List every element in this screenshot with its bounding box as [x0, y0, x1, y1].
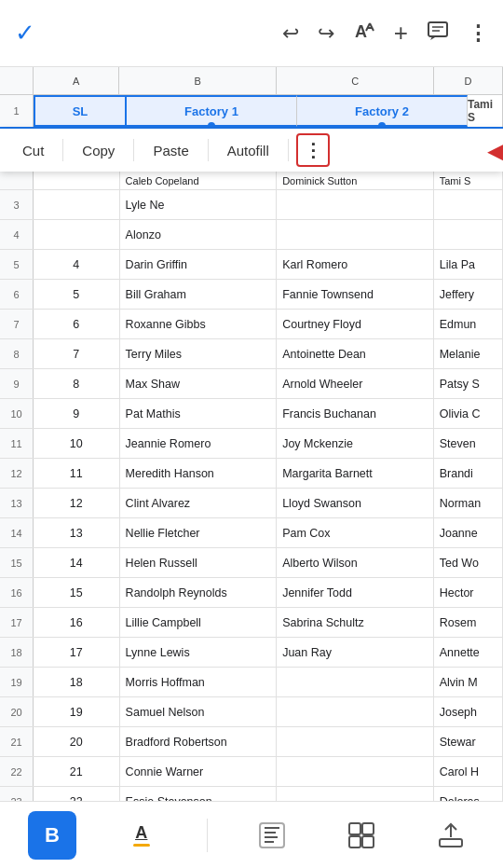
row-num: 18	[0, 638, 34, 667]
row-num: 7	[0, 310, 34, 338]
cell-sl[interactable]: 4	[34, 250, 120, 279]
cell-factory2[interactable]: Pam Cox	[277, 518, 434, 547]
cell-factory2[interactable]: Arnold Wheeler	[277, 369, 434, 398]
cell-b[interactable]: Alonzo	[120, 220, 278, 249]
cell-factory2[interactable]: Juan Ray	[277, 638, 434, 667]
cell-sl[interactable]: 15	[34, 578, 120, 607]
factory2-header[interactable]: Factory 2	[297, 95, 468, 127]
cell-factory1[interactable]: Clint Alvarez	[120, 489, 278, 517]
cell-sl[interactable]: 20	[34, 727, 120, 756]
more-options-button[interactable]: ⋮	[296, 133, 330, 167]
cell-sl[interactable]: 9	[34, 399, 120, 428]
cell-factory2[interactable]: Sabrina Schultz	[277, 608, 434, 637]
cell-sl[interactable]: 19	[34, 697, 120, 726]
cell-factory2[interactable]: Courtney Floyd	[277, 310, 434, 338]
cell-b[interactable]: Lyle Ne	[120, 190, 278, 219]
bold-button[interactable]: B	[28, 811, 76, 860]
cell-factory1[interactable]: Darin Griffin	[120, 250, 278, 279]
cell-extra: Carol H	[434, 757, 503, 786]
cell-factory1[interactable]: Bradford Robertson	[120, 727, 278, 756]
cell-sl[interactable]: 11	[34, 459, 120, 488]
cell-factory2[interactable]: Margarita Barnett	[277, 459, 434, 488]
copy-button[interactable]: Copy	[67, 135, 129, 166]
factory1-header[interactable]: Factory 1	[127, 95, 297, 127]
cell-factory2[interactable]: Alberto Wilson	[277, 548, 434, 577]
cell-factory1[interactable]: Meredith Hanson	[120, 459, 278, 488]
cell-factory2[interactable]: Antoinette Dean	[277, 339, 434, 368]
comment-icon[interactable]	[427, 20, 449, 48]
cell-factory2[interactable]: Lloyd Swanson	[277, 489, 434, 517]
undo-icon[interactable]: ↩	[282, 21, 299, 46]
cell-factory1[interactable]: Jeannie Romero	[120, 429, 278, 458]
underline-label: A	[135, 823, 147, 843]
cell-sl[interactable]: 17	[34, 638, 120, 667]
cell-factory1[interactable]: Helen Russell	[120, 548, 278, 577]
svg-rect-16	[440, 839, 462, 847]
cell-extra: Stewar	[434, 727, 503, 756]
cell-factory2[interactable]	[277, 697, 434, 726]
cell-factory2[interactable]	[277, 668, 434, 696]
divider-4	[288, 139, 289, 161]
cell-sl[interactable]: 16	[34, 608, 120, 637]
paste-button[interactable]: Paste	[138, 135, 203, 166]
insert-button[interactable]	[337, 811, 386, 860]
underline-button[interactable]: A	[117, 811, 166, 860]
cell-factory2[interactable]	[277, 727, 434, 756]
col-header-c[interactable]: C	[277, 67, 434, 94]
cell-sl[interactable]: 18	[34, 668, 120, 696]
cell-factory1[interactable]: Max Shaw	[120, 369, 278, 398]
cell-factory1[interactable]: Lynne Lewis	[120, 638, 278, 667]
top-toolbar: ✓ ↩ ↪ A + ⋮	[0, 0, 503, 67]
cell-sl[interactable]: 21	[34, 757, 120, 786]
cell-factory2[interactable]: Fannie Townsend	[277, 280, 434, 309]
sl-header[interactable]: SL	[34, 95, 127, 127]
cell-a[interactable]	[34, 190, 120, 219]
cell-factory1[interactable]: Connie Warner	[120, 757, 278, 786]
cell-sl[interactable]: 10	[34, 429, 120, 458]
formula-button[interactable]	[248, 811, 296, 860]
cell-factory1[interactable]: Randolph Reynolds	[120, 578, 278, 607]
cell-sl[interactable]: 14	[34, 548, 120, 577]
cell-c[interactable]	[277, 190, 434, 219]
cell-a[interactable]	[34, 220, 120, 249]
cell-factory1[interactable]: Lillie Campbell	[120, 608, 278, 637]
cell-factory1[interactable]: Morris Hoffman	[120, 668, 278, 696]
autofill-button[interactable]: Autofill	[212, 135, 284, 166]
col-header-d[interactable]: D	[434, 67, 503, 94]
cell-factory1[interactable]: Roxanne Gibbs	[120, 310, 278, 338]
cell-factory2[interactable]: Joy Mckenzie	[277, 429, 434, 458]
cell-sl[interactable]: 12	[34, 489, 120, 517]
row-2-cell-b[interactable]: Caleb Copeland	[120, 172, 278, 189]
table-row: 21 20 Bradford Robertson Stewar	[0, 727, 503, 757]
cell-sl[interactable]: 6	[34, 310, 120, 338]
table-row: 4 Alonzo	[0, 220, 503, 250]
col-header-a[interactable]: A	[34, 67, 119, 94]
text-format-icon[interactable]: A	[353, 20, 375, 47]
cell-factory1[interactable]: Nellie Fletcher	[120, 518, 278, 547]
svg-rect-14	[349, 836, 360, 847]
add-icon[interactable]: +	[394, 19, 408, 48]
cell-extra: Olivia C	[434, 399, 503, 428]
row-2-cell-a[interactable]	[34, 172, 120, 189]
cell-sl[interactable]: 13	[34, 518, 120, 547]
cell-factory1[interactable]: Pat Mathis	[120, 399, 278, 428]
cell-factory2[interactable]: Jennifer Todd	[277, 578, 434, 607]
row-2-cell-c[interactable]: Dominick Sutton	[277, 172, 434, 189]
redo-icon[interactable]: ↪	[318, 21, 334, 46]
cell-factory2[interactable]: Francis Buchanan	[277, 399, 434, 428]
cut-button[interactable]: Cut	[7, 135, 59, 166]
cell-sl[interactable]: 8	[34, 369, 120, 398]
more-vert-icon[interactable]: ⋮	[468, 21, 488, 46]
cell-factory1[interactable]: Bill Graham	[120, 280, 278, 309]
check-icon[interactable]: ✓	[15, 19, 35, 48]
col-header-b[interactable]: B	[119, 67, 277, 94]
cell-sl[interactable]: 7	[34, 339, 120, 368]
cell-factory1[interactable]: Samuel Nelson	[120, 697, 278, 726]
cell-factory1[interactable]: Terry Miles	[120, 339, 278, 368]
table-row: 7 6 Roxanne Gibbs Courtney Floyd Edmun	[0, 310, 503, 339]
cell-factory2[interactable]: Karl Romero	[277, 250, 434, 279]
cell-factory2[interactable]	[277, 757, 434, 786]
cell-c[interactable]	[277, 220, 434, 249]
cell-sl[interactable]: 5	[34, 280, 120, 309]
export-button[interactable]	[427, 811, 475, 860]
